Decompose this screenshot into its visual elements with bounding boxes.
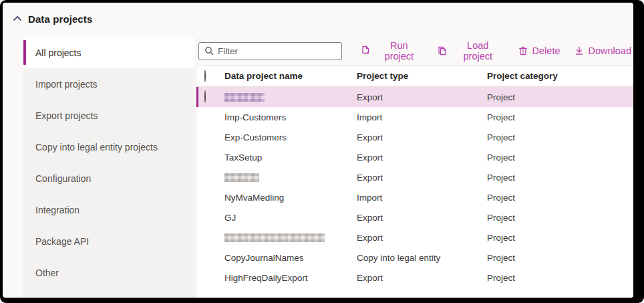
cell-project-type: Export: [357, 132, 487, 142]
redacted-project-name: [224, 173, 259, 182]
run-project-icon: [360, 45, 371, 56]
cell-project-name[interactable]: NyMvaMedling: [224, 193, 357, 203]
cell-project-category: Project: [487, 213, 633, 223]
cell-project-name[interactable]: [224, 233, 357, 242]
project-filter-sidebar: All projects Import projects Export proj…: [23, 37, 194, 298]
data-projects-table: Data project name Project type Project c…: [196, 65, 633, 298]
chevron-up-icon[interactable]: [12, 13, 23, 24]
cell-project-name[interactable]: Imp-Customers: [224, 112, 357, 122]
table-row[interactable]: Export Project: [196, 87, 633, 107]
table-row[interactable]: HighFreqDailyExport Export Project: [196, 268, 633, 288]
filter-box: [198, 42, 342, 60]
table-row[interactable]: TaxSetup Export Project: [196, 147, 633, 167]
screenshot-frame: Data projects All projects Import projec…: [0, 0, 644, 303]
filter-input[interactable]: [218, 43, 341, 60]
sidebar-item-import-projects[interactable]: Import projects: [23, 68, 194, 100]
cell-project-category: Project: [487, 273, 633, 283]
page-title: Data projects: [28, 13, 92, 25]
load-project-icon: [437, 45, 448, 56]
table-row[interactable]: Export Project: [196, 227, 633, 247]
table-header-row: Data project name Project type Project c…: [196, 66, 633, 87]
sidebar-item-label: Package API: [35, 236, 89, 247]
cell-project-category: Project: [487, 253, 633, 263]
sidebar-item-label: Other: [35, 268, 59, 278]
sidebar-item-label: Configuration: [35, 173, 91, 184]
cell-project-name[interactable]: [224, 93, 357, 102]
cell-project-type: Import: [357, 193, 487, 203]
delete-icon: [518, 45, 528, 56]
cell-project-category: Project: [487, 132, 633, 142]
panel-header: Data projects: [12, 9, 92, 29]
cell-project-type: Export: [357, 273, 487, 283]
sidebar-item-label: Integration: [35, 205, 79, 215]
cell-project-name[interactable]: HighFreqDailyExport: [224, 273, 357, 283]
table-row[interactable]: NyMvaMedling Import Project: [196, 187, 633, 207]
projects-toolbar: Run projectLoad projectDeleteDownload: [196, 37, 633, 65]
projects-main-area: Run projectLoad projectDeleteDownload Da…: [196, 37, 633, 298]
cell-project-type: Export: [357, 213, 487, 223]
cell-project-name[interactable]: TaxSetup: [224, 153, 357, 163]
cell-project-category: Project: [487, 173, 633, 183]
download-button[interactable]: Download: [572, 44, 634, 58]
toolbar-button-label: Download: [589, 45, 632, 56]
table-row[interactable]: Export Project: [196, 167, 633, 187]
column-header-category[interactable]: Project category: [487, 71, 633, 81]
toolbar-button-label: Delete: [532, 45, 560, 56]
sidebar-item-label: Copy into legal entity projects: [35, 142, 158, 153]
cell-project-type: Export: [357, 233, 487, 243]
cell-project-type: Import: [357, 112, 487, 122]
table-row[interactable]: Exp-Customers Export Project: [196, 127, 633, 147]
cell-project-category: Project: [487, 193, 633, 203]
sidebar-item-other[interactable]: Other: [23, 257, 194, 288]
cell-project-name[interactable]: [224, 173, 357, 182]
search-icon: [204, 46, 214, 56]
run-project-button[interactable]: Run project: [358, 39, 426, 63]
sidebar-item-label: All projects: [35, 47, 81, 58]
download-icon: [574, 45, 585, 56]
redacted-project-name: [224, 233, 325, 242]
table-row[interactable]: Imp-Customers Import Project: [196, 107, 633, 127]
sidebar-item-package-api[interactable]: Package API: [23, 225, 194, 257]
cell-project-name[interactable]: GJ: [224, 213, 357, 223]
delete-button[interactable]: Delete: [516, 44, 562, 58]
sidebar-item-copy-into-legal-entity-projects[interactable]: Copy into legal entity projects: [23, 131, 194, 163]
redacted-project-name: [224, 93, 265, 102]
cell-project-type: Copy into legal entity: [357, 253, 487, 263]
cell-project-category: Project: [487, 112, 633, 122]
data-projects-panel: Data projects All projects Import projec…: [3, 3, 633, 298]
cell-project-type: Export: [357, 92, 487, 102]
column-header-name[interactable]: Data project name: [224, 71, 357, 81]
sidebar-item-configuration[interactable]: Configuration: [23, 163, 194, 194]
cell-project-name[interactable]: Exp-Customers: [224, 132, 357, 142]
cell-project-category: Project: [487, 92, 633, 102]
toolbar-buttons: Run projectLoad projectDeleteDownload: [358, 39, 633, 63]
sidebar-item-label: Export projects: [35, 110, 98, 121]
toolbar-button-label: Run project: [375, 40, 424, 62]
toolbar-button-label: Load project: [452, 40, 504, 62]
table-row[interactable]: CopyJournalNames Copy into legal entity …: [196, 247, 633, 268]
sidebar-item-label: Import projects: [35, 79, 98, 90]
cell-project-category: Project: [487, 233, 633, 243]
table-row[interactable]: GJ Export Project: [196, 207, 633, 227]
row-select-radio[interactable]: [204, 90, 206, 103]
load-project-button[interactable]: Load project: [435, 39, 506, 63]
cell-project-category: Project: [487, 153, 633, 163]
cell-project-type: Export: [357, 153, 487, 163]
cell-project-name[interactable]: CopyJournalNames: [224, 253, 357, 263]
cell-project-type: Export: [357, 173, 487, 183]
sidebar-item-export-projects[interactable]: Export projects: [23, 100, 194, 131]
sidebar-item-all-projects[interactable]: All projects: [23, 37, 194, 68]
column-header-type[interactable]: Project type: [357, 71, 487, 81]
select-all-radio[interactable]: [204, 70, 206, 82]
sidebar-item-integration[interactable]: Integration: [23, 194, 194, 225]
